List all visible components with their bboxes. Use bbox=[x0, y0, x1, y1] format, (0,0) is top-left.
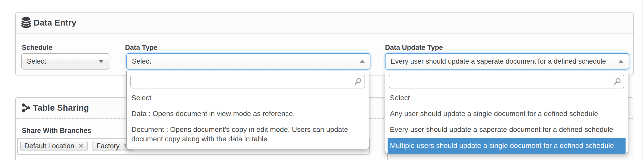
page-top-border bbox=[11, 1, 642, 1]
data-type-search bbox=[130, 75, 365, 88]
data-update-type-select[interactable]: Every user should update a saperate docu… bbox=[385, 53, 629, 70]
dropdown-option[interactable]: Select bbox=[385, 90, 628, 106]
search-icon bbox=[354, 78, 362, 86]
data-type-option-list: Select Data : Opens document in view mod… bbox=[127, 90, 369, 147]
dropdown-option[interactable]: Every user should update a saperate docu… bbox=[385, 122, 628, 138]
dropdown-option[interactable]: Document : Opens document's copy in edit… bbox=[127, 122, 369, 147]
chevron-down-icon bbox=[99, 60, 104, 63]
data-type-label: Data Type bbox=[125, 44, 158, 52]
schedule-label: Schedule bbox=[22, 44, 53, 52]
dropdown-option[interactable]: Any user should update a single document… bbox=[385, 106, 628, 122]
search-input[interactable] bbox=[389, 75, 624, 88]
table-sharing-title: Table Sharing bbox=[33, 103, 89, 113]
schedule-select-value: Select bbox=[27, 58, 46, 65]
branch-tag-label: Factory bbox=[97, 142, 120, 150]
dropdown-option-highlighted[interactable]: Multiple users should update a single do… bbox=[388, 138, 626, 154]
page-left-border bbox=[11, 0, 11, 160]
search-input[interactable] bbox=[130, 75, 365, 88]
data-update-type-label: Data Update Type bbox=[385, 44, 443, 52]
data-update-type-select-value: Every user should update a saperate docu… bbox=[391, 58, 606, 65]
data-update-type-option-list: Select Any user should update a single d… bbox=[385, 90, 628, 154]
page-right-border bbox=[642, 0, 642, 160]
share-with-branches-label: Share With Branches bbox=[22, 127, 91, 135]
data-type-select-value: Select bbox=[132, 58, 151, 65]
data-entry-panel: Data Entry Schedule Select Data Type Sel… bbox=[15, 12, 634, 75]
dropdown-option[interactable]: Data : Opens document in view mode as re… bbox=[127, 106, 369, 122]
data-type-select[interactable]: Select bbox=[126, 53, 370, 70]
chevron-up-icon bbox=[360, 60, 365, 63]
database-icon bbox=[21, 17, 31, 29]
share-icon bbox=[21, 103, 30, 113]
data-type-dropdown: Select Data : Opens document in view mod… bbox=[126, 71, 369, 149]
search-icon bbox=[614, 78, 621, 86]
data-update-type-search bbox=[389, 75, 624, 88]
chevron-up-icon bbox=[618, 60, 624, 63]
branch-tag-label: Default Location bbox=[24, 142, 74, 150]
remove-tag-icon[interactable]: ✕ bbox=[78, 143, 84, 149]
branch-tag: Default Location ✕ bbox=[20, 141, 88, 151]
dropdown-option[interactable]: Select bbox=[127, 90, 369, 106]
data-entry-header: Data Entry bbox=[16, 13, 633, 33]
schedule-select[interactable]: Select bbox=[21, 53, 109, 70]
data-update-type-dropdown: Select Any user should update a single d… bbox=[385, 71, 628, 153]
data-entry-title: Data Entry bbox=[34, 18, 76, 28]
